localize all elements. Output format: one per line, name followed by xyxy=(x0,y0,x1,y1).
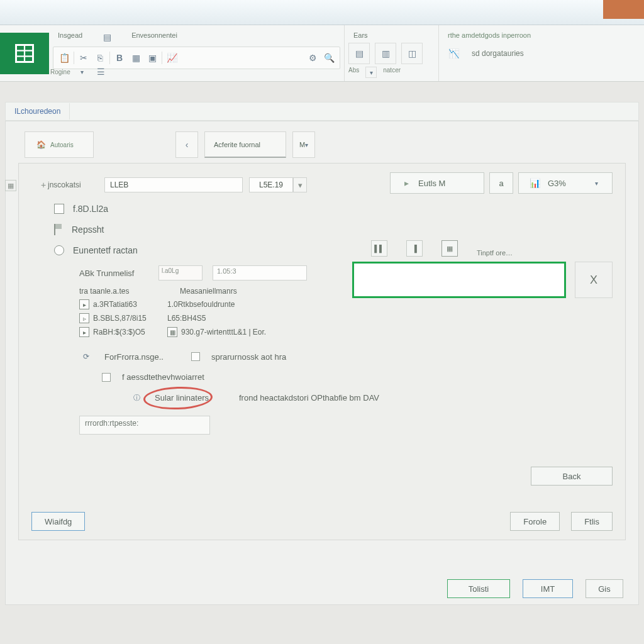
border-icon[interactable]: ▦ xyxy=(129,51,143,65)
row-icon: ▸ xyxy=(79,327,89,337)
percent-value: G3% xyxy=(548,179,566,188)
record-input[interactable]: rrrordh:rtpesste: xyxy=(79,416,210,435)
table-row[interactable]: ▸a.3RTatiati63 1.0Rtkbsefouldrunte xyxy=(79,299,609,309)
title-bar xyxy=(0,0,644,25)
app-icon[interactable] xyxy=(0,33,49,74)
preview-icon-3[interactable]: ▦ xyxy=(441,240,458,257)
back-label: Back xyxy=(563,472,581,481)
table-row[interactable]: ▹B.SBLS,87/8i15 L65:BH4S5 xyxy=(79,313,609,323)
separator xyxy=(109,52,110,64)
search-icon[interactable]: 🔍 xyxy=(322,51,336,65)
doc-icon: ▤ xyxy=(100,30,114,44)
option-3-label: Eunentetf ractan xyxy=(73,245,138,255)
lower-row-1: ⟳ ForFrorra.nsge.. sprarurnossk aot hra xyxy=(79,350,609,364)
abs-long-input[interactable]: 1.05:3 xyxy=(213,265,307,280)
highlighted-input[interactable] xyxy=(352,262,566,298)
clear-button[interactable]: X xyxy=(575,262,613,298)
ribbon-tab-analysis[interactable]: rthe amdetdgods inperroon xyxy=(443,30,561,40)
row-icon[interactable]: ☰ xyxy=(94,65,108,79)
content-frame: + jnscokatsi LLEB L5E.19 ▾ ▸ Eutls M a 📊… xyxy=(18,163,626,540)
plus-icon[interactable]: + xyxy=(39,178,48,192)
insert-rows-icon[interactable]: ▤ xyxy=(348,43,370,64)
sparkline-icon[interactable]: 📉 xyxy=(443,43,464,64)
sub-tab-m[interactable]: M ▾ xyxy=(292,131,315,158)
chevron-down-icon: ▾ xyxy=(305,138,308,152)
inspect-link[interactable]: Tinptf ore… xyxy=(477,249,513,257)
copy-icon[interactable]: ⎘ xyxy=(93,51,107,65)
row-icon: ▸ xyxy=(79,299,89,309)
entities-label: Eutls M xyxy=(418,179,445,188)
row2-b: L65:BH4S5 xyxy=(167,314,318,323)
init-label: IMT xyxy=(541,584,555,594)
checkbox-icon[interactable] xyxy=(191,352,200,361)
entities-dropdown[interactable]: ▸ Eutls M xyxy=(390,172,484,194)
option-list: f.8D.Ll2a Repssht Eunentetf ractan xyxy=(54,204,609,255)
ribbon-tab-home[interactable]: Insgead xyxy=(53,30,87,44)
col1-head: tra taanle.a.tes xyxy=(79,287,167,296)
ribbon-tab-insert[interactable]: Envesonnentei xyxy=(126,30,182,44)
code-dropdown[interactable]: ▾ xyxy=(293,177,307,192)
cut-icon[interactable]: ✂ xyxy=(77,51,91,65)
waiting-button[interactable]: Wiaifdg xyxy=(31,512,85,531)
fill-icon[interactable]: ▣ xyxy=(145,51,159,65)
delete-rows-icon[interactable]: ▥ xyxy=(375,43,396,64)
refresh-icon[interactable]: ⟳ xyxy=(79,350,93,364)
format-icon[interactable]: ◫ xyxy=(401,43,423,64)
preview-icon-2[interactable]: ▐ xyxy=(406,240,423,257)
grid-icon: ▦ xyxy=(447,245,453,253)
table-row[interactable]: ▸RaBH:$(3:$)O5 ▦930.g7-wirtentttL&1 | Eo… xyxy=(79,327,609,337)
parole-label: Forole xyxy=(523,517,547,526)
column-icon: ▐ xyxy=(412,245,417,252)
code-value[interactable]: L5E.19 xyxy=(249,177,293,192)
cells-launcher-icon[interactable]: ▾ xyxy=(365,67,377,78)
option-2[interactable]: Repssht xyxy=(54,224,609,235)
launcher-icon[interactable]: ▾ xyxy=(75,65,89,79)
col2-head: Measaniellmanrs xyxy=(180,287,237,296)
row3-b: 930.g7-wirtentttL&1 | Eor. xyxy=(181,328,266,336)
chart-mini-icon: 📊 xyxy=(528,176,541,190)
percent-field[interactable]: a xyxy=(489,172,513,194)
sub-tab-format[interactable]: Acferite fuornal xyxy=(204,131,286,158)
total-label: Tolisti xyxy=(469,584,489,594)
separator xyxy=(162,52,162,64)
panel-title[interactable]: ILchouredeon xyxy=(6,103,70,119)
parole-button[interactable]: Forole xyxy=(510,512,560,531)
sub-tab-prev[interactable]: ‹ xyxy=(175,131,198,158)
group-label-clipboard: Rogine xyxy=(50,69,70,75)
checkbox-icon[interactable] xyxy=(54,204,64,214)
ribbon-tab-data[interactable]: Ears xyxy=(348,30,435,40)
separator xyxy=(74,52,74,64)
percent-prefix: a xyxy=(499,179,503,188)
group-label-cells: Abs xyxy=(348,67,359,78)
chart-icon[interactable]: 📈 xyxy=(165,51,179,65)
row-icon: ▦ xyxy=(167,327,177,337)
checkbox-icon[interactable] xyxy=(102,373,111,382)
spreadsheet-icon xyxy=(13,42,36,65)
lower-row-2[interactable]: f aessdtethevhwoiarret xyxy=(102,372,609,382)
abs-mini-input[interactable]: l.a0Lg xyxy=(158,265,203,280)
gear-icon[interactable]: ⚙ xyxy=(306,51,319,65)
init-button[interactable]: IMT xyxy=(523,579,573,598)
close-button[interactable]: Gis xyxy=(586,579,623,598)
option-1[interactable]: f.8D.Ll2a xyxy=(54,204,609,214)
lower-1a-label: ForFrorra.nsge.. xyxy=(104,352,180,362)
percent-value-box[interactable]: 📊 G3% ▾ xyxy=(518,172,613,194)
radio-icon[interactable] xyxy=(54,245,64,255)
close-label: Gis xyxy=(598,584,611,594)
files-button[interactable]: Ftlis xyxy=(571,512,613,531)
option-3[interactable]: Eunentetf ractan xyxy=(54,245,609,255)
x-label: X xyxy=(590,274,597,287)
paste-icon[interactable]: 📋 xyxy=(57,51,71,65)
back-button[interactable]: Back xyxy=(531,467,613,486)
bold-icon[interactable]: B xyxy=(113,51,126,65)
option-2-label: Repssht xyxy=(72,225,104,235)
preview-icon-1[interactable]: ▌▌ xyxy=(371,240,387,257)
waiting-label: Wiaifdg xyxy=(45,517,72,526)
lower-options: ⟳ ForFrorra.nsge.. sprarurnossk aot hra … xyxy=(79,350,609,404)
sub-tab-main[interactable]: 🏠 Autoaris xyxy=(25,131,94,158)
source-input[interactable]: LLEB xyxy=(104,177,243,192)
side-anchor-icon[interactable]: ▦ xyxy=(5,180,16,191)
annotation-circle xyxy=(143,386,213,411)
flag-icon[interactable] xyxy=(54,224,63,235)
total-button[interactable]: Tolisti xyxy=(447,579,510,598)
